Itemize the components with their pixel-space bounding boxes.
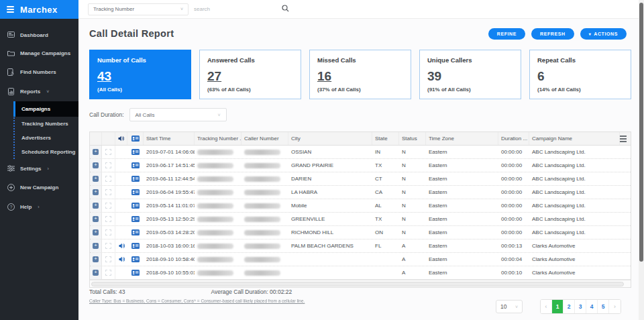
contact-card-icon[interactable] bbox=[131, 270, 140, 276]
row-checkbox[interactable] bbox=[105, 203, 111, 209]
horizontal-scrollbar-thumb[interactable] bbox=[91, 282, 624, 286]
expand-row-button[interactable]: + bbox=[93, 203, 99, 209]
contact-card-icon[interactable] bbox=[131, 203, 140, 209]
redacted-caller-number bbox=[244, 230, 280, 235]
table-row[interactable]: + 2019-07-01 14:06:08 OSSIAN IN N Easter… bbox=[90, 146, 631, 159]
column-header-campaign-name[interactable]: Campaign Name bbox=[529, 132, 620, 145]
page-button-5[interactable]: 5 bbox=[598, 300, 609, 313]
expand-row-button[interactable]: + bbox=[93, 189, 99, 195]
search-input[interactable] bbox=[194, 3, 274, 15]
stat-card-number-of-calls[interactable]: Number of Calls 43 (All Calls) bbox=[89, 50, 191, 99]
refine-button[interactable]: REFINE bbox=[488, 28, 525, 40]
table-row[interactable]: + 2019-05-13 12:50:29 GREENVILLE TX N Ea… bbox=[90, 213, 631, 226]
search-type-select[interactable]: Tracking Number ˅ bbox=[88, 3, 189, 15]
page-button-1[interactable]: 1 bbox=[552, 300, 564, 313]
sidebar-item-dashboard[interactable]: Dashboard bbox=[0, 25, 78, 44]
column-header-status[interactable]: Status bbox=[399, 132, 426, 145]
column-menu-icon[interactable] bbox=[620, 136, 627, 142]
call-duration-select[interactable]: All Calls ˅ bbox=[129, 108, 227, 121]
row-checkbox[interactable] bbox=[105, 256, 111, 262]
cell-start-time: 2019-06-11 12:44:54 bbox=[144, 172, 195, 185]
table-row[interactable]: + 2018-10-03 16:00:16 PALM BEACH GARDENS… bbox=[90, 239, 631, 253]
sidebar-item-reports[interactable]: Reports ˅ bbox=[0, 82, 78, 101]
page-size-select[interactable]: 10 ˅ bbox=[496, 300, 523, 313]
sidebar-item-scheduled-reporting[interactable]: Scheduled Reporting bbox=[15, 145, 78, 159]
search-icon[interactable] bbox=[282, 5, 289, 12]
contact-card-icon[interactable] bbox=[131, 229, 140, 235]
table-row[interactable]: + 2018-09-10 10:58:40 A Eastern 00:00:04… bbox=[90, 253, 631, 266]
stat-card-unique-callers[interactable]: Unique Callers 39 (91% of All Calls) bbox=[419, 50, 521, 99]
cell-duration: 00:00:04 bbox=[498, 253, 529, 266]
contact-card-icon[interactable] bbox=[131, 243, 140, 249]
play-audio-icon[interactable] bbox=[119, 243, 125, 249]
column-header-start-time[interactable]: Start Time bbox=[144, 132, 195, 145]
table-row[interactable]: + 2018-09-10 10:55:01 A Eastern 00:00:10… bbox=[90, 266, 631, 280]
cell-start-time: 2018-09-10 10:58:40 bbox=[144, 253, 195, 266]
contact-card-icon[interactable] bbox=[131, 189, 140, 195]
sidebar-item-help[interactable]: ? Help › bbox=[0, 197, 78, 217]
sidebar-item-new-campaign[interactable]: New Campaign bbox=[0, 178, 78, 197]
row-checkbox[interactable] bbox=[105, 176, 111, 182]
page-button-4[interactable]: 4 bbox=[586, 300, 598, 313]
table-row[interactable]: + 2019-05-03 14:28:20 RICHMOND HILL ON N… bbox=[90, 226, 631, 239]
row-checkbox[interactable] bbox=[105, 243, 111, 249]
row-checkbox[interactable] bbox=[105, 189, 111, 195]
column-header-time-zone[interactable]: Time Zone bbox=[426, 132, 498, 145]
column-header-duration[interactable]: Duration ... bbox=[498, 132, 529, 145]
page-button-3[interactable]: 3 bbox=[575, 300, 586, 313]
sidebar-item-campaigns[interactable]: Campaigns bbox=[13, 101, 78, 117]
play-audio-icon[interactable] bbox=[119, 256, 125, 262]
horizontal-scrollbar[interactable] bbox=[90, 280, 631, 287]
actions-dropdown-button[interactable]: ▾ACTIONS bbox=[580, 28, 627, 40]
refresh-button[interactable]: REFRESH bbox=[531, 28, 574, 40]
sidebar-item-find-numbers[interactable]: Find Numbers bbox=[0, 62, 78, 82]
sidebar-item-settings[interactable]: Settings › bbox=[0, 159, 78, 178]
prev-page-button[interactable]: ‹ bbox=[541, 300, 552, 313]
stat-card-repeat-calls[interactable]: Repeat Calls 6 (14% of All Calls) bbox=[529, 50, 631, 99]
folder-icon bbox=[7, 50, 15, 56]
column-header-tracking-number[interactable]: Tracking Number ... bbox=[195, 132, 241, 145]
table-row[interactable]: + 2019-06-11 12:44:54 DARIEN CT N Easter… bbox=[90, 172, 631, 186]
column-header-city[interactable]: City bbox=[288, 132, 372, 145]
table-row[interactable]: + 2019-05-14 11:01:07 Mobile AL N Easter… bbox=[90, 199, 631, 213]
expand-row-button[interactable]: + bbox=[93, 216, 99, 222]
contact-card-icon[interactable] bbox=[131, 162, 140, 168]
expand-row-button[interactable]: + bbox=[93, 176, 99, 182]
expand-row-button[interactable]: + bbox=[93, 229, 99, 235]
expand-row-button[interactable]: + bbox=[93, 270, 99, 276]
cell-time-zone: Eastern bbox=[426, 253, 498, 266]
stat-card-answered-calls[interactable]: Answered Calls 27 (63% of All Calls) bbox=[199, 50, 301, 99]
reports-submenu: Campaigns Tracking Numbers Advertisers S… bbox=[13, 101, 78, 159]
contact-card-icon[interactable] bbox=[131, 216, 140, 222]
sidebar-item-advertisers[interactable]: Advertisers bbox=[15, 131, 78, 145]
vertical-scrollbar-thumb[interactable] bbox=[639, 3, 643, 262]
row-checkbox[interactable] bbox=[105, 229, 111, 235]
expand-row-button[interactable]: + bbox=[93, 243, 99, 249]
sidebar-item-manage-campaigns[interactable]: Manage Campaigns bbox=[0, 44, 78, 62]
cell-state bbox=[372, 266, 399, 279]
vertical-scrollbar[interactable] bbox=[639, 0, 644, 320]
column-header-caller-number[interactable]: Caller Number bbox=[241, 132, 288, 145]
expand-row-button[interactable]: + bbox=[93, 256, 99, 262]
expand-row-button[interactable]: + bbox=[93, 149, 99, 155]
stat-card-value[interactable]: 16 bbox=[317, 69, 331, 84]
contact-card-icon[interactable] bbox=[131, 256, 140, 262]
sidebar-item-tracking-numbers[interactable]: Tracking Numbers bbox=[15, 117, 78, 131]
column-header-state[interactable]: State bbox=[372, 132, 399, 145]
row-checkbox[interactable] bbox=[105, 216, 111, 222]
table-row[interactable]: + 2019-06-17 14:51:45 GRAND PRAIRIE TX N… bbox=[90, 159, 631, 172]
contact-card-icon[interactable] bbox=[131, 176, 140, 182]
table-row[interactable]: + 2019-06-04 19:55:47 LA HABRA CA N East… bbox=[90, 186, 631, 199]
next-page-button[interactable]: › bbox=[609, 300, 621, 313]
main-content: Call Detail Report REFINE REFRESH ▾ACTIO… bbox=[78, 19, 639, 320]
stat-card-missed-calls[interactable]: Missed Calls 16 (37% of All Calls) bbox=[309, 50, 411, 99]
expand-row-button[interactable]: + bbox=[93, 162, 99, 168]
hamburger-menu-icon[interactable] bbox=[7, 6, 14, 13]
row-checkbox[interactable] bbox=[105, 270, 111, 276]
stat-card-value[interactable]: 27 bbox=[207, 69, 221, 84]
row-checkbox[interactable] bbox=[105, 149, 111, 155]
stat-card-value[interactable]: 43 bbox=[97, 69, 111, 84]
contact-card-icon[interactable] bbox=[131, 149, 140, 155]
row-checkbox[interactable] bbox=[105, 162, 111, 168]
page-button-2[interactable]: 2 bbox=[564, 300, 575, 313]
